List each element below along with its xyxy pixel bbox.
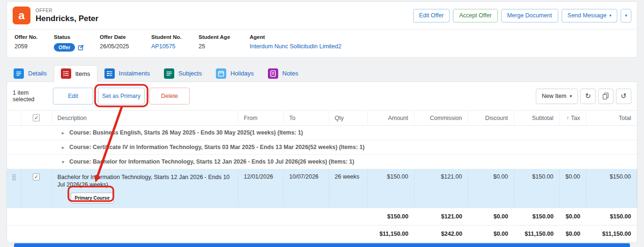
item-description: Bachelor for Information Technology, Sta… [58,173,232,188]
item-commission: $121.00 [414,169,468,208]
row-checkbox[interactable]: ✓ [33,173,40,180]
new-item-label: New Item [542,93,567,99]
tab-items[interactable]: Items [54,65,97,82]
items-toolbar: 1 item selected Edit Set as Primary Dele… [7,82,637,110]
history-button[interactable]: ↺ [616,89,631,104]
expand-group-icon[interactable]: ▸ [62,145,64,150]
group-total-total: $150.00 [586,208,637,225]
column-header-description[interactable]: Description [52,111,238,126]
grand-total-amount: $11,150.00 [367,225,414,243]
app-logo-glyph: a [18,9,24,22]
primary-course-badge: Primary Course [71,193,114,203]
entity-type-label: OFFER [36,8,98,13]
page-title: Hendricks, Peter [36,14,98,23]
group-row-text: Course: Business English, Starts 26 May … [69,129,303,136]
history-icon: ↺ [621,92,627,100]
field-agent: Agent Interdum Nunc Sollicitudin Limited… [250,34,341,52]
check-icon: ✓ [34,174,38,180]
field-status: Status Offer [54,34,100,52]
column-header-handle [7,111,21,126]
expand-group-icon[interactable]: ▸ [62,130,64,135]
column-header-tax[interactable]: ↑Tax [559,111,586,126]
column-header-subtotal[interactable]: Subtotal [514,111,559,126]
course-group-row-bachelor: ▾Course: Bachelor for Information Techno… [7,155,637,169]
tax-header-label: Tax [571,115,580,121]
copy-button[interactable] [598,89,614,104]
grand-total-tax: $0.00 [559,225,586,243]
group-total-tax: $0.00 [559,208,586,225]
tab-instalments[interactable]: Instalments [97,65,157,82]
offer-header-card: a OFFER Hendricks, Peter Edit Offer Acce… [7,1,637,58]
tab-details[interactable]: Details [7,65,54,82]
header-actions: Edit Offer Accept Offer Merge Document S… [413,9,631,22]
refresh-button[interactable]: ↻ [580,89,596,104]
refresh-icon: ↻ [585,92,591,100]
items-panel: 1 item selected Edit Set as Primary Dele… [7,82,637,243]
edit-offer-button[interactable]: Edit Offer [413,9,450,22]
tab-notes[interactable]: Notes [261,65,305,82]
item-tax: $0.00 [559,169,586,208]
tab-holidays[interactable]: Holidays [209,65,261,82]
bottom-panel-edge [14,243,630,247]
more-actions-button[interactable]: ▾ [621,9,631,22]
check-icon: ✓ [34,115,38,120]
group-total-discount: $0.00 [468,208,514,225]
column-header-to[interactable]: To [283,111,329,126]
column-header-qty[interactable]: Qty [329,111,367,126]
tab-holidays-label: Holidays [230,70,254,77]
field-student-age: Student Age 25 [199,34,250,52]
tab-subjects-label: Subjects [178,70,202,77]
table-header-row: ✓ Description From To Qty Amount Commiss… [7,111,637,126]
offer-date-value: 26/05/2025 [100,43,151,50]
item-discount: $0.00 [468,169,514,208]
send-message-button[interactable]: Send Message▾ [562,9,618,22]
field-student-no: Student No. AP10575 [151,34,199,52]
column-header-total[interactable]: Total [586,111,637,126]
chevron-down-icon: ▾ [625,13,627,18]
holidays-tab-icon [216,68,226,79]
tab-subjects[interactable]: Subjects [157,65,209,82]
column-header-discount[interactable]: Discount [468,111,514,126]
student-age-label: Student Age [199,34,250,40]
group-total-subtotal: $150.00 [514,208,559,225]
drag-handle-icon[interactable]: ⣿ [12,173,16,180]
accept-offer-button[interactable]: Accept Offer [453,9,497,22]
item-from: 12/01/2026 [238,169,283,208]
new-item-button[interactable]: New Item▾ [536,89,578,104]
details-tab-icon [14,68,24,79]
column-header-commission[interactable]: Commission [414,111,468,126]
agent-link[interactable]: Interdum Nunc Sollicitudin Limited2 [250,43,341,50]
group-row-text: Course: Certificate IV in Information Te… [69,144,364,150]
chevron-down-icon: ▾ [609,13,612,18]
item-qty: 26 weeks [329,169,367,208]
offer-no-label: Offer No. [15,34,54,40]
collapse-group-icon[interactable]: ▾ [62,159,64,165]
item-total: $150.00 [586,169,637,208]
agent-label: Agent [250,34,341,40]
edit-item-button[interactable]: Edit [53,88,93,105]
chevron-down-icon: ▾ [570,94,572,98]
student-age-value: 25 [199,43,250,50]
instalments-tab-icon [104,68,115,79]
grand-totals-row: $11,150.00 $242.00 $0.00 $11,150.00 $0.0… [7,225,637,243]
item-to: 10/07/2026 [283,169,329,208]
edit-status-icon[interactable] [78,44,84,51]
set-as-primary-button[interactable]: Set as Primary [98,88,145,105]
tab-details-label: Details [28,70,47,77]
delete-item-button[interactable]: Delete [149,88,190,105]
student-no-link[interactable]: AP10575 [151,43,175,50]
item-row-selected[interactable]: ⣿ ✓ Bachelor for Information Technology,… [7,169,637,208]
items-tab-icon [61,68,71,79]
select-all-checkbox[interactable]: ✓ [33,114,40,121]
offer-no-value: 2059 [15,43,54,50]
notes-tab-icon [268,68,278,79]
group-total-amount: $150.00 [367,208,414,225]
status-label: Status [54,34,100,40]
student-no-label: Student No. [151,34,199,40]
merge-document-button[interactable]: Merge Document [501,9,558,22]
field-offer-no: Offer No. 2059 [15,34,54,52]
course-group-row-certificate-iv: ▸Course: Certificate IV in Information T… [7,140,637,155]
tab-bar: Details Items Instalments Subjects Holid… [7,65,637,82]
column-header-amount[interactable]: Amount [367,111,414,126]
column-header-from[interactable]: From [238,111,283,126]
